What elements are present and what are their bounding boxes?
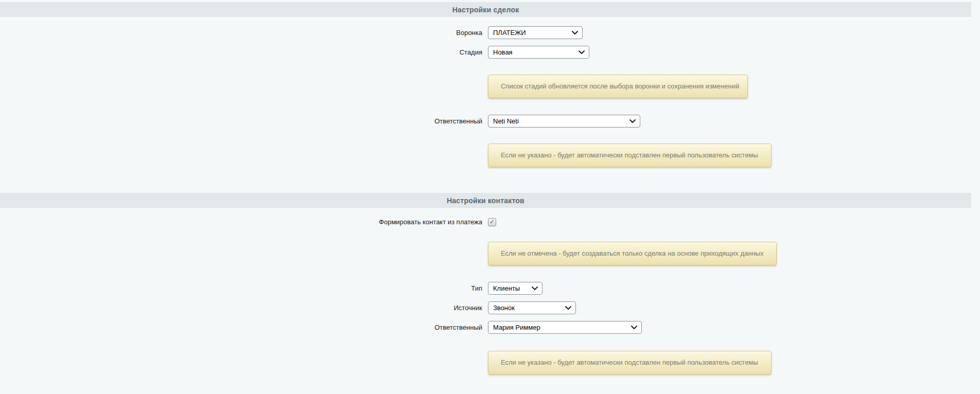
contact-type-row: Тип Клиенты (0, 282, 971, 295)
deal-responsible-note-row: Если не указано - будет автоматически по… (0, 144, 971, 167)
chevron-down-icon (629, 119, 636, 123)
deals-section-header: Настройки сделок (0, 2, 971, 17)
chevron-down-icon (565, 306, 571, 310)
create-contact-row: Формировать контакт из платежа ✓ (0, 218, 971, 226)
contact-responsible-select[interactable]: Мария Риммер (488, 321, 642, 334)
info-note: Если не отмечена - будет создаваться тол… (488, 242, 777, 265)
chevron-down-icon (532, 286, 538, 290)
contact-source-select[interactable]: Звонок (488, 301, 576, 314)
create-contact-note-row: Если не отмечена - будет создаваться тол… (0, 242, 971, 265)
contact-type-select[interactable]: Клиенты (488, 282, 542, 295)
deal-responsible-row: Ответственный Neti Neti (0, 115, 971, 128)
contact-responsible-label: Ответственный (0, 324, 488, 332)
contact-source-label: Источник (0, 304, 488, 312)
contact-responsible-row: Ответственный Мария Риммер (0, 321, 971, 334)
deal-responsible-label: Ответственный (0, 117, 488, 126)
info-note-text: Если не указано - будет автоматически по… (501, 151, 758, 159)
stage-select[interactable]: Новая (488, 46, 589, 59)
contact-source-selected-value: Звонок (493, 304, 515, 312)
funnel-select[interactable]: ПЛАТЕЖИ (488, 26, 583, 39)
info-note: Список стадий обновляется после выбора в… (488, 75, 748, 98)
deals-section-title: Настройки сделок (452, 6, 519, 14)
contact-type-label: Тип (0, 284, 488, 293)
contact-source-row: Источник Звонок (0, 301, 971, 314)
chevron-down-icon (572, 31, 578, 34)
funnel-label: Воронка (0, 29, 488, 37)
funnel-row: Воронка ПЛАТЕЖИ (0, 26, 971, 39)
chevron-down-icon (579, 50, 585, 54)
info-note-text: Список стадий обновляется после выбора в… (501, 82, 739, 90)
deal-responsible-selected-value: Neti Neti (493, 117, 519, 125)
contacts-section-title: Настройки контактов (447, 196, 524, 205)
stage-note-row: Список стадий обновляется после выбора в… (0, 75, 971, 98)
stage-row: Стадия Новая (0, 46, 971, 59)
contacts-section-header: Настройки контактов (0, 193, 971, 208)
info-note-text: Если не отмечена - будет создаваться тол… (501, 249, 763, 257)
info-note-text: Если не указано - будет автоматически по… (501, 359, 758, 366)
create-contact-checkbox[interactable]: ✓ (488, 218, 496, 226)
create-contact-label: Формировать контакт из платежа (0, 218, 488, 226)
checkmark-icon: ✓ (489, 219, 495, 225)
info-note: Если не указано - будет автоматически по… (488, 351, 772, 374)
settings-form: Настройки сделок Воронка ПЛАТЕЖИ Стадия … (0, 2, 971, 374)
contact-responsible-note-row: Если не указано - будет автоматически по… (0, 351, 971, 374)
settings-page: Настройки сделок Воронка ПЛАТЕЖИ Стадия … (0, 0, 980, 394)
contact-responsible-selected-value: Мария Риммер (493, 324, 540, 331)
deal-responsible-select[interactable]: Neti Neti (488, 115, 640, 128)
stage-selected-value: Новая (493, 48, 513, 56)
info-note: Если не указано - будет автоматически по… (488, 144, 772, 167)
contact-type-selected-value: Клиенты (493, 284, 520, 292)
funnel-selected-value: ПЛАТЕЖИ (493, 29, 526, 37)
chevron-down-icon (631, 326, 637, 329)
stage-label: Стадия (0, 48, 488, 57)
